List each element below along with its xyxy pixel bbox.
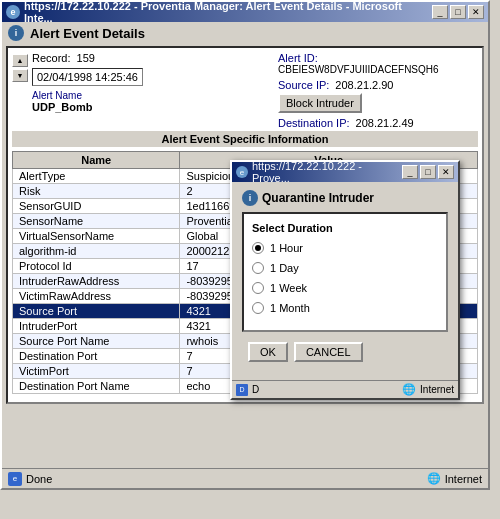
source-ip-value: 208.21.2.90 [335,79,393,91]
dialog-maximize-button[interactable]: □ [420,165,436,179]
status-text: Done [26,473,52,485]
dialog-internet-text: Internet [420,384,454,395]
dialog-close-button[interactable]: ✕ [438,165,454,179]
ok-button[interactable]: OK [248,342,288,362]
panel-icon: i [8,25,24,41]
radio-1day[interactable] [252,262,264,274]
dest-ip-value: 208.21.2.49 [356,117,414,129]
table-cell-name: IntruderRawAddress [13,274,180,289]
dialog-buttons: OK CANCEL [242,342,448,362]
section-title: Alert Event Specific Information [12,131,478,147]
table-header-name: Name [13,152,180,169]
dest-ip-label: Destination IP: [278,117,350,129]
dialog-browser-icon: e [236,166,248,178]
label-1hour: 1 Hour [270,242,303,254]
alert-name-section: Alert Name UDP_Bomb [32,90,143,113]
quarantine-dialog: e https://172.22.10.222 - Prove... _ □ ✕… [230,160,460,400]
alert-name-value: UDP_Bomb [32,101,143,113]
panel-header: i Alert Event Details [2,22,488,44]
dialog-panel-title: Quarantine Intruder [262,191,374,205]
radio-option-1week[interactable]: 1 Week [252,282,438,294]
source-ip-label: Source IP: [278,79,329,91]
dialog-internet-icon: 🌐 [402,383,416,396]
radio-option-1month[interactable]: 1 Month [252,302,438,314]
radio-option-1day[interactable]: 1 Day [252,262,438,274]
alert-id-label: Alert ID: [278,52,318,64]
internet-label: Internet [445,473,482,485]
select-duration-label: Select Duration [252,222,438,234]
dialog-title-text: https://172.22.10.222 - Prove... [252,160,402,184]
minimize-button[interactable]: _ [432,5,448,19]
internet-icon: 🌐 [427,472,441,485]
table-cell-name: algorithm-id [13,244,180,259]
radio-1hour[interactable] [252,242,264,254]
source-ip-section: Source IP: 208.21.2.90 Block Intruder [278,79,478,113]
dialog-panel-icon: i [242,190,258,206]
dialog-content: i Quarantine Intruder Select Duration 1 … [232,182,458,370]
right-section: Alert ID: CBEIESW8DVFJUIIIDACEFNSQH6 Sou… [278,52,478,129]
close-button[interactable]: ✕ [468,5,484,19]
dialog-minimize-button[interactable]: _ [402,165,418,179]
dialog-status-icon: D [236,384,248,396]
table-cell-name: VictimRawAddress [13,289,180,304]
scroll-down-button[interactable]: ▼ [12,69,28,82]
main-title-bar: e https://172.22.10.222 - Proventia Mana… [2,2,488,22]
table-cell-name: Source Port [13,304,180,319]
scroll-up-button[interactable]: ▲ [12,54,28,67]
table-cell-name: Source Port Name [13,334,180,349]
record-value: 159 [77,52,95,64]
table-cell-name: Destination Port Name [13,379,180,394]
label-1week: 1 Week [270,282,307,294]
main-window-title: https://172.22.10.222 - Proventia Manage… [24,0,432,24]
block-intruder-button[interactable]: Block Intruder [278,93,362,113]
datetime-value: 02/04/1998 14:25:46 [32,68,143,86]
table-cell-name: SensorGUID [13,199,180,214]
cancel-button[interactable]: CANCEL [294,342,363,362]
radio-1month[interactable] [252,302,264,314]
title-buttons: _ □ ✕ [432,5,484,19]
dialog-title-bar: e https://172.22.10.222 - Prove... _ □ ✕ [232,162,458,182]
record-label: Record: [32,52,71,64]
table-cell-name: AlertType [13,169,180,184]
table-cell-name: Risk [13,184,180,199]
table-cell-name: IntruderPort [13,319,180,334]
label-1month: 1 Month [270,302,310,314]
status-bar: e Done 🌐 Internet [2,468,488,488]
table-cell-name: VirtualSensorName [13,229,180,244]
alert-id-section: Alert ID: CBEIESW8DVFJUIIIDACEFNSQH6 [278,52,478,75]
dialog-status-text: D [252,384,259,395]
table-cell-name: Protocol Id [13,259,180,274]
table-cell-name: Destination Port [13,349,180,364]
destination-ip-section: Destination IP: 208.21.2.49 [278,117,478,129]
browser-icon: e [6,5,20,19]
label-1day: 1 Day [270,262,299,274]
maximize-button[interactable]: □ [450,5,466,19]
table-cell-name: VictimPort [13,364,180,379]
alert-name-label: Alert Name [32,90,143,101]
table-cell-name: SensorName [13,214,180,229]
radio-option-1hour[interactable]: 1 Hour [252,242,438,254]
dialog-inner: Select Duration 1 Hour 1 Day 1 Week 1 Mo… [242,212,448,332]
alert-id-value: CBEIESW8DVFJUIIIDACEFNSQH6 [278,64,478,75]
title-bar-left: e https://172.22.10.222 - Proventia Mana… [6,0,432,24]
radio-1week[interactable] [252,282,264,294]
browser-status-icon: e [8,472,22,486]
panel-title: Alert Event Details [30,26,145,41]
